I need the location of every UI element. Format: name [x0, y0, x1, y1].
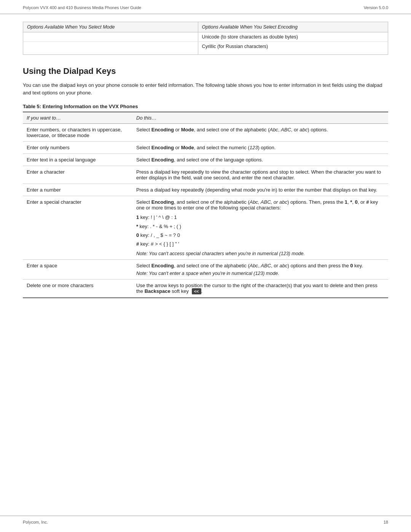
- table-caption: Table 5: Entering Information on the VVX…: [23, 104, 388, 109]
- section-title: Using the Dialpad Keys: [23, 66, 388, 76]
- footer-left: Polycom, Inc.: [23, 520, 48, 524]
- table-row: Enter numbers, or characters in uppercas…: [23, 124, 388, 142]
- options-table: Options Available When You Select Mode O…: [23, 22, 388, 55]
- col-header-want: If you want to…: [23, 112, 132, 124]
- row8-want: Delete one or more characters: [23, 279, 132, 298]
- key-chars: 1 key: ! | ' ^ \ @ : 1 * key: . * - & % …: [136, 213, 384, 249]
- row6-want: Enter a special character: [23, 196, 132, 260]
- options-col1-header: Options Available When You Select Mode: [23, 22, 198, 32]
- row7-want: Enter a space: [23, 259, 132, 279]
- header-left: Polycom VVX 400 and 410 Business Media P…: [23, 5, 141, 10]
- options-col2-header: Options Available When You Select Encodi…: [198, 22, 388, 32]
- key-line-hash: # key: # > < { } [ ] " ': [136, 240, 384, 248]
- row2-do: Select Encoding or Mode, and select the …: [132, 142, 388, 154]
- table-row: Enter a number Press a dialpad key repea…: [23, 184, 388, 196]
- key-line-star: * key: . * - & % + ; ( ): [136, 222, 384, 231]
- col-header-do: Do this…: [132, 112, 388, 124]
- page-footer: Polycom, Inc. 18: [0, 516, 411, 524]
- options-row-1: Unicode (to store characters as double b…: [23, 32, 388, 42]
- row5-want: Enter a number: [23, 184, 132, 196]
- header-right: Version 5.0.0: [364, 5, 388, 10]
- options-col1-row2: [23, 42, 198, 55]
- options-row-2: Cyrillic (for Russian characters): [23, 42, 388, 55]
- row7-note: Note: You can't enter a space when you'r…: [136, 271, 384, 276]
- row4-do: Press a dialpad key repeatedly to view t…: [132, 166, 388, 184]
- main-content: Options Available When You Select Mode O…: [0, 14, 411, 313]
- options-col1-row1: [23, 32, 198, 42]
- footer-right: 18: [384, 520, 388, 524]
- row6-note: Note: You can't access special character…: [136, 251, 384, 256]
- backspace-button: <<: [192, 288, 201, 294]
- table-row: Enter only numbers Select Encoding or Mo…: [23, 142, 388, 154]
- row7-do: Select Encoding, and select one of the a…: [132, 259, 388, 279]
- info-table: If you want to… Do this… Enter numbers, …: [23, 112, 388, 298]
- body-text: You can use the dialpad keys on your pho…: [23, 81, 388, 97]
- row6-do: Select Encoding, and select one of the a…: [132, 196, 388, 260]
- key-line-1: 1 key: ! | ' ^ \ @ : 1: [136, 213, 384, 222]
- page-header: Polycom VVX 400 and 410 Business Media P…: [0, 0, 411, 14]
- row5-do: Press a dialpad key repeatedly (dependin…: [132, 184, 388, 196]
- row8-do: Use the arrow keys to position the curso…: [132, 279, 388, 298]
- row1-want: Enter numbers, or characters in uppercas…: [23, 124, 132, 142]
- table-header-row: If you want to… Do this…: [23, 112, 388, 124]
- table-row: Enter a special character Select Encodin…: [23, 196, 388, 260]
- table-row: Delete one or more characters Use the ar…: [23, 279, 388, 298]
- row3-want: Enter text in a special language: [23, 154, 132, 166]
- table-row: Enter a character Press a dialpad key re…: [23, 166, 388, 184]
- options-col2-row2: Cyrillic (for Russian characters): [198, 42, 388, 55]
- key-line-0: 0 key: / , _ $ ~ = ? 0: [136, 231, 384, 240]
- table-row: Enter text in a special language Select …: [23, 154, 388, 166]
- options-col2-row1: Unicode (to store characters as double b…: [198, 32, 388, 42]
- row3-do: Select Encoding, and select one of the l…: [132, 154, 388, 166]
- row4-want: Enter a character: [23, 166, 132, 184]
- table-row: Enter a space Select Encoding, and selec…: [23, 259, 388, 279]
- row2-want: Enter only numbers: [23, 142, 132, 154]
- row1-do: Select Encoding or Mode, and select one …: [132, 124, 388, 142]
